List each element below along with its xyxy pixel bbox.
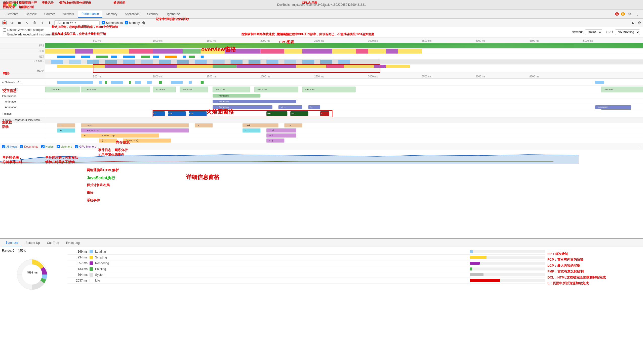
task-row-content[interactable]: T... Task T... Task T..k	[45, 123, 643, 128]
animation-content-2[interactable]: Animation A... A... Animation Animation	[45, 104, 643, 110]
detail-ruler-500: 500 ms	[93, 75, 101, 78]
svg-text:T..k: T..k	[287, 124, 291, 127]
refresh-record-button[interactable]: ↺	[9, 20, 15, 26]
loading-ms: 169 ms	[67, 250, 88, 253]
call-frames-content1[interactable]: P... Parse HTML U... T...d	[45, 128, 643, 133]
interactions-svg: Animation	[45, 93, 643, 99]
maximize-button[interactable]	[13, 3, 17, 7]
tab-elements[interactable]: Elements	[2, 11, 22, 17]
tab-security[interactable]: Security	[144, 11, 162, 17]
tab-application[interactable]: Application	[121, 11, 143, 17]
documents-checkbox[interactable]	[20, 145, 23, 148]
timings-content[interactable]: FP FCP LCP FMP DCL L	[45, 110, 643, 117]
disable-js-samples-checkbox[interactable]	[3, 28, 6, 32]
gc-button[interactable]: 🗑	[142, 21, 145, 25]
js-heap-checkbox-label[interactable]: JS Heap	[2, 145, 17, 148]
animation-label-2: Animation	[0, 104, 45, 110]
network-expand-arrow[interactable]: ▶	[2, 81, 4, 83]
stop-button[interactable]: ⏹	[17, 20, 22, 26]
memory-checkbox[interactable]	[125, 21, 128, 24]
svg-rect-7	[183, 49, 200, 54]
call-frames-content3[interactable]: (...) (anon...ous) (...)	[45, 138, 643, 143]
svg-text:U...: U...	[246, 129, 249, 132]
rendering-bar	[470, 262, 480, 265]
memory-checkbox-label[interactable]: Memory	[125, 21, 140, 25]
toolbar-gear-icon[interactable]: ⚙	[638, 21, 641, 25]
svg-rect-61	[99, 81, 102, 84]
record-button[interactable]	[2, 20, 7, 25]
overview-main-chart[interactable]	[45, 60, 643, 73]
overview-section[interactable]: FPS CPU NET 4.2 MB – HEAP	[0, 43, 643, 73]
main-thread-section: ▼ Main — https://m.jd.com/?sceneval=2&jx…	[0, 117, 643, 143]
options-row: Disable JavaScript samples Enable advanc…	[0, 27, 643, 37]
svg-text:LCP: LCP	[189, 113, 194, 115]
close-button[interactable]	[3, 3, 7, 7]
svg-text:FMP: FMP	[267, 113, 271, 115]
svg-rect-129	[243, 128, 260, 132]
tab-event-log[interactable]: Event Log	[63, 240, 83, 246]
advanced-paint-checkbox[interactable]	[3, 33, 6, 36]
painting-label: Painting	[95, 267, 470, 271]
js-heap-checkbox[interactable]	[2, 145, 5, 148]
tab-summary[interactable]: Summary	[2, 239, 22, 246]
frames-track-content[interactable]: 322.4 ms 642.2 ms 212.6 ms 264.9 ms 349.…	[45, 86, 643, 93]
svg-text:L: L	[322, 112, 323, 115]
minimize-button[interactable]	[8, 3, 12, 7]
idle-label: Idle	[95, 279, 470, 282]
advanced-paint-label[interactable]: Enable advanced paint instrumentation (s…	[3, 33, 68, 36]
gpu-memory-checkbox-label[interactable]: GPU Memory	[75, 145, 96, 148]
tab-memory[interactable]: Memory	[103, 11, 121, 17]
console-drawer-icon[interactable]: ▶	[630, 20, 636, 26]
screenshots-checkbox-label[interactable]: Screenshots	[102, 21, 123, 25]
cpu-select[interactable]: No throttling	[615, 29, 640, 35]
svg-text:T...d: T...d	[269, 129, 274, 132]
ann-dcl: DCL：HTML文档被完全加载和解析完成	[547, 275, 639, 280]
tab-performance[interactable]: Performance	[78, 11, 102, 18]
svg-text:4594 ms: 4594 ms	[27, 271, 37, 274]
svg-rect-119	[195, 123, 213, 127]
listeners-checkbox[interactable]	[57, 145, 60, 148]
url-bar: m.jd.com #7 ▼	[54, 20, 100, 25]
tab-sources[interactable]: Sources	[41, 11, 59, 17]
svg-text:Animation: Animation	[598, 106, 608, 108]
nodes-checkbox[interactable]	[41, 145, 45, 148]
svg-text:FP: FP	[153, 113, 156, 115]
tab-console[interactable]: Console	[22, 11, 40, 17]
tab-network[interactable]: Network	[59, 11, 77, 17]
save-button[interactable]: ⬆	[39, 20, 45, 26]
network-select[interactable]: Online	[585, 29, 602, 35]
screenshots-checkbox[interactable]	[102, 21, 105, 24]
system-label: System	[95, 273, 470, 277]
gpu-memory-checkbox[interactable]	[75, 145, 78, 148]
cursor-icon[interactable]: ↖	[24, 20, 30, 26]
network-option: Network: Online	[572, 29, 602, 35]
svg-point-148	[22, 264, 42, 285]
stats-row-system: 764 ms System	[67, 272, 545, 278]
more-icon[interactable]: ⋮	[634, 11, 640, 17]
frames-expand-arrow[interactable]: ▶	[2, 88, 4, 91]
tab-lighthouse[interactable]: Lighthouse	[162, 11, 184, 17]
frames-label-text: Frames 帧	[5, 87, 18, 91]
documents-checkbox-label[interactable]: Documents	[20, 145, 38, 148]
listeners-checkbox-label[interactable]: Listeners	[57, 145, 72, 148]
nodes-checkbox-label[interactable]: Nodes	[41, 145, 54, 148]
clear-button[interactable]: 🗑	[32, 20, 37, 26]
options-left: Disable JavaScript samples Enable advanc…	[3, 28, 68, 36]
detail-ruler: 500 ms 1000 ms 1500 ms 2000 ms 2500 ms 3…	[0, 73, 643, 79]
svg-rect-71	[595, 81, 604, 84]
disable-js-samples-label[interactable]: Disable JavaScript samples	[3, 28, 68, 32]
svg-rect-25	[165, 56, 177, 58]
network-track-content[interactable]	[45, 79, 643, 86]
call-frames-svg2: E... Evalua...cript F...l	[45, 133, 643, 138]
interactions-content[interactable]: Animation	[45, 93, 643, 99]
settings-icon[interactable]: ⚙	[627, 11, 632, 17]
load-button[interactable]: ⬇	[47, 20, 52, 26]
tab-bottom-up[interactable]: Bottom-Up	[22, 240, 43, 246]
tab-call-tree[interactable]: Call Tree	[44, 240, 63, 246]
overview-chart-area[interactable]	[45, 43, 643, 73]
memory-expand-icon[interactable]: →	[638, 145, 641, 149]
call-frames-content2[interactable]: E... Evalua...cript F...l	[45, 133, 643, 138]
svg-rect-16	[386, 49, 398, 54]
animation-content-1[interactable]: Animation	[45, 99, 643, 104]
task-row-svg: T... Task T... Task T..k	[45, 123, 643, 128]
